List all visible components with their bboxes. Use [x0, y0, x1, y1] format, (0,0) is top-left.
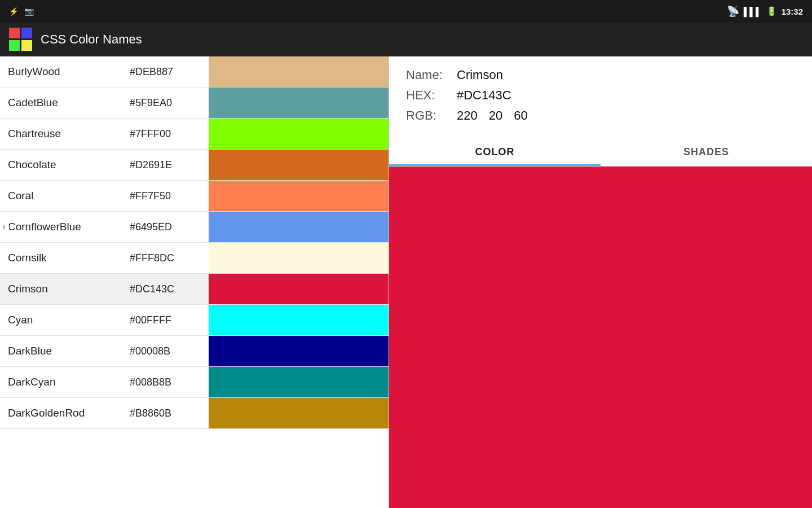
logo-cell-red [9, 28, 20, 38]
color-row-name: Coral [0, 181, 130, 211]
color-row-name: Chartreuse [0, 119, 130, 149]
color-row[interactable]: CadetBlue#5F9EA0 [0, 87, 389, 119]
color-row[interactable]: BurlyWood#DEB887 [0, 56, 389, 87]
cast-icon: 📡 [727, 5, 739, 17]
hex-row: HEX: #DC143C [406, 88, 795, 103]
color-row[interactable]: DarkBlue#00008B [0, 336, 389, 367]
tab-color[interactable]: COLOR [389, 140, 601, 166]
color-row[interactable]: Crimson#DC143C [0, 274, 389, 305]
color-row-hex: #5F9EA0 [130, 87, 209, 118]
rgb-g: 20 [489, 108, 502, 123]
color-row-name: DarkCyan [0, 367, 130, 397]
color-row-name: Cyan [0, 305, 130, 335]
usb-icon: ⚡ [9, 7, 19, 16]
color-row-swatch [209, 87, 389, 118]
color-row-hex: #6495ED [130, 212, 209, 242]
color-row-name: Crimson [0, 274, 130, 304]
hex-label: HEX: [406, 88, 457, 103]
tab-shades[interactable]: SHADES [601, 140, 812, 166]
color-name-value: Crimson [457, 68, 503, 82]
logo-cell-blue [21, 28, 32, 38]
color-row-swatch [209, 181, 389, 211]
main-content: BurlyWood#DEB887CadetBlue#5F9EA0Chartreu… [0, 56, 812, 508]
right-panel: Name: Crimson HEX: #DC143C RGB: 220 20 6… [389, 56, 812, 508]
color-row[interactable]: Coral#FF7F50 [0, 181, 389, 212]
app-title: CSS Color Names [41, 32, 142, 47]
time-display: 13:32 [782, 7, 803, 16]
name-label: Name: [406, 68, 457, 82]
color-row-hex: #D2691E [130, 150, 209, 180]
color-row[interactable]: Chartreuse#7FFF00 [0, 119, 389, 150]
color-row-hex: #00FFFF [130, 305, 209, 335]
color-row-name: Chocolate [0, 150, 130, 180]
color-row-swatch [209, 119, 389, 149]
color-row-swatch [209, 243, 389, 273]
rgb-row: RGB: 220 20 60 [406, 108, 795, 123]
battery-icon: 🔋 [766, 6, 777, 16]
color-row-name: DarkBlue [0, 336, 130, 366]
color-row-name: BurlyWood [0, 56, 130, 87]
color-row-name: DarkGoldenRod [0, 398, 130, 428]
status-bar-left: ⚡ 📷 [9, 7, 34, 16]
css-logo [9, 28, 33, 51]
color-row-swatch [209, 56, 389, 87]
rgb-label: RGB: [406, 108, 457, 123]
color-info: Name: Crimson HEX: #DC143C RGB: 220 20 6… [389, 56, 812, 140]
color-row-hex: #008B8B [130, 367, 209, 397]
color-row-swatch [209, 398, 389, 428]
name-row: Name: Crimson [406, 68, 795, 82]
color-row-swatch [209, 274, 389, 304]
color-row[interactable]: DarkGoldenRod#B8860B [0, 398, 389, 429]
color-row-name: Cornsilk [0, 243, 130, 273]
color-row-hex: #DEB887 [130, 56, 209, 87]
rgb-r: 220 [457, 108, 478, 123]
color-preview [389, 167, 812, 508]
status-bar: ⚡ 📷 📡 ▌▌▌ 🔋 13:32 [0, 0, 812, 23]
color-row[interactable]: ›CornflowerBlue#6495ED [0, 212, 389, 243]
color-row-hex: #DC143C [130, 274, 209, 304]
color-row-swatch [209, 150, 389, 180]
hex-value: #DC143C [457, 88, 511, 103]
color-row[interactable]: Chocolate#D2691E [0, 150, 389, 181]
logo-cell-yellow [21, 40, 32, 51]
signal-icon: ▌▌▌ [744, 7, 762, 16]
color-row-name: CadetBlue [0, 87, 130, 118]
color-row-hex: #7FFF00 [130, 119, 209, 149]
color-row-name: CornflowerBlue [0, 212, 130, 242]
color-row-swatch [209, 212, 389, 242]
color-row[interactable]: DarkCyan#008B8B [0, 367, 389, 398]
color-row-hex: #FFF8DC [130, 243, 209, 273]
color-row[interactable]: Cyan#00FFFF [0, 305, 389, 336]
logo-cell-green [9, 40, 20, 51]
color-row-swatch [209, 336, 389, 366]
color-row-hex: #B8860B [130, 398, 209, 428]
status-bar-right: 📡 ▌▌▌ 🔋 13:32 [727, 5, 803, 17]
color-row-swatch [209, 367, 389, 397]
color-row[interactable]: Cornsilk#FFF8DC [0, 243, 389, 274]
rgb-b: 60 [514, 108, 527, 123]
color-row-hex: #00008B [130, 336, 209, 366]
color-row-swatch [209, 305, 389, 335]
screenshot-icon: 📷 [24, 7, 34, 16]
app-bar: CSS Color Names [0, 23, 812, 56]
color-list[interactable]: BurlyWood#DEB887CadetBlue#5F9EA0Chartreu… [0, 56, 389, 508]
color-row-hex: #FF7F50 [130, 181, 209, 211]
tabs: COLOR SHADES [389, 140, 812, 167]
rgb-value: 220 20 60 [457, 108, 528, 123]
